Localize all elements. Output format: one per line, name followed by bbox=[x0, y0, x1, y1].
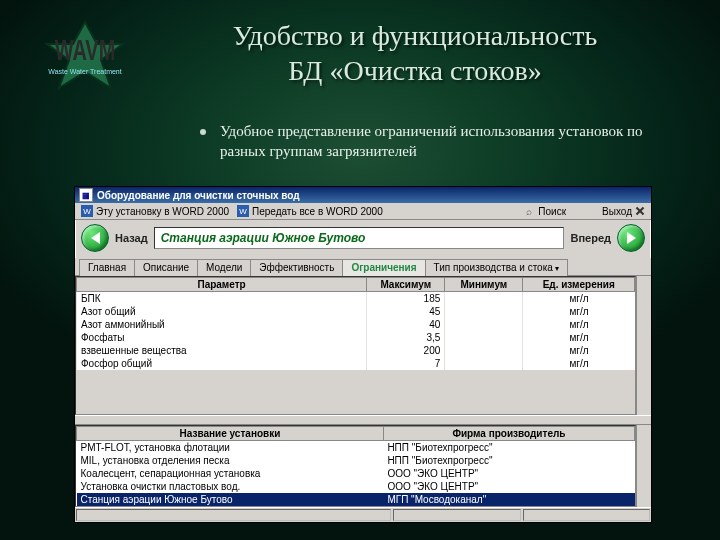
param-row[interactable]: БПК185мг/л bbox=[77, 292, 635, 306]
tab-0[interactable]: Главная bbox=[79, 259, 135, 276]
tab-4[interactable]: Ограничения bbox=[342, 259, 425, 276]
param-row[interactable]: Азот аммонийный40мг/л bbox=[77, 318, 635, 331]
param-row[interactable]: взвешенные вещества200мг/л bbox=[77, 344, 635, 357]
svg-text:WAVM: WAVM bbox=[55, 33, 116, 66]
tab-1[interactable]: Описание bbox=[134, 259, 198, 276]
nav-back-button[interactable] bbox=[81, 224, 109, 252]
unit-row[interactable]: MIL, установка отделения пескаНПП "Биоте… bbox=[77, 454, 635, 467]
tab-5[interactable]: Тип производства и стока ▾ bbox=[425, 259, 568, 276]
binoculars-icon: ⌕ bbox=[523, 205, 535, 217]
word-multi-icon: W bbox=[237, 205, 249, 217]
window-sys-icon: ▦ bbox=[79, 188, 93, 202]
unit-row[interactable]: Коалесцент, сепарационная установкаООО "… bbox=[77, 467, 635, 480]
tab-2[interactable]: Модели bbox=[197, 259, 251, 276]
nav-forward-button[interactable] bbox=[617, 224, 645, 252]
params-scrollbar[interactable] bbox=[636, 276, 651, 415]
param-row[interactable]: Азот общий45мг/л bbox=[77, 305, 635, 318]
arrow-right-icon bbox=[627, 232, 636, 244]
col-maker[interactable]: Фирма производитель bbox=[383, 427, 634, 441]
unitlist-scrollbar[interactable] bbox=[636, 425, 651, 507]
panel-separator bbox=[75, 415, 651, 425]
nav-forward-label: Вперед bbox=[570, 232, 611, 244]
window-title: Оборудование для очистки сточных вод bbox=[97, 190, 300, 201]
to-word-one-button[interactable]: W Эту установку в WORD 2000 bbox=[81, 205, 229, 217]
word-icon: W bbox=[81, 205, 93, 217]
tab-3[interactable]: Эффективность bbox=[250, 259, 343, 276]
bullet-dot-icon bbox=[200, 129, 206, 135]
arrow-left-icon bbox=[91, 232, 100, 244]
param-row[interactable]: Фосфаты3,5мг/л bbox=[77, 331, 635, 344]
titlebar: ▦ Оборудование для очистки сточных вод bbox=[75, 187, 651, 203]
exit-button[interactable]: Выход bbox=[602, 206, 645, 217]
wavm-logo: WAVM Waste Water Treatment bbox=[35, 18, 135, 98]
statusbar bbox=[75, 507, 651, 522]
param-row[interactable]: Фосфор общий7мг/л bbox=[77, 357, 635, 370]
col-unit-name[interactable]: Название установки bbox=[77, 427, 384, 441]
nav-row: Назад Станция аэрации Южное Бутово Впере… bbox=[75, 220, 651, 258]
unit-row[interactable]: Установка очистки пластовых вод.ООО "ЭКО… bbox=[77, 480, 635, 493]
nav-back-label: Назад bbox=[115, 232, 148, 244]
unit-row[interactable]: Станция аэрации Южное БутовоМГП "Мосводо… bbox=[77, 493, 635, 506]
svg-text:Waste Water Treatment: Waste Water Treatment bbox=[48, 68, 121, 75]
col-unit[interactable]: Ед. измерения bbox=[523, 278, 635, 292]
col-param[interactable]: Параметр bbox=[77, 278, 367, 292]
tab-bar: ГлавнаяОписаниеМоделиЭффективностьОграни… bbox=[75, 258, 651, 276]
grid-empty-area bbox=[76, 370, 635, 414]
col-min[interactable]: Минимум bbox=[445, 278, 523, 292]
to-word-all-button[interactable]: W Передать все в WORD 2000 bbox=[237, 205, 383, 217]
app-window: ▦ Оборудование для очистки сточных вод W… bbox=[74, 186, 652, 523]
col-max[interactable]: Максимум bbox=[367, 278, 445, 292]
close-icon bbox=[635, 206, 645, 216]
params-grid[interactable]: Параметр Максимум Минимум Ед. измерения … bbox=[75, 276, 636, 415]
toolbar: W Эту установку в WORD 2000 W Передать в… bbox=[75, 203, 651, 220]
unit-row[interactable]: PMT-FLOT, установка флотацииНПП "Биотехп… bbox=[77, 441, 635, 455]
slide-bullet: Удобное представление ограничений исполь… bbox=[0, 88, 720, 161]
station-name-field[interactable]: Станция аэрации Южное Бутово bbox=[154, 227, 565, 249]
search-button[interactable]: ⌕ Поиск bbox=[523, 205, 566, 217]
unit-list[interactable]: Название установки Фирма производитель P… bbox=[75, 425, 636, 507]
